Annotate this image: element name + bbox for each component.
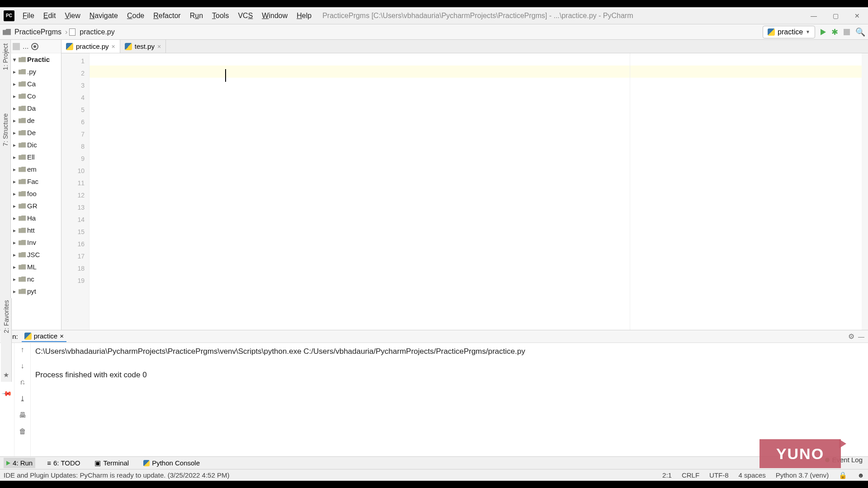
tree-item[interactable]: ▸foo	[11, 188, 61, 200]
expand-icon[interactable]: ▸	[12, 93, 17, 99]
rail-project[interactable]: 1: Project	[2, 42, 9, 72]
tree-item[interactable]: ▸Ell	[11, 151, 61, 163]
menu-help[interactable]: Help	[292, 9, 316, 23]
lock-icon[interactable]: 🔒	[839, 471, 847, 479]
tree-item[interactable]: ▸Fac	[11, 175, 61, 188]
line-number[interactable]: 4	[61, 92, 85, 104]
menu-view[interactable]: View	[60, 9, 85, 23]
line-number[interactable]: 16	[61, 238, 85, 250]
line-number[interactable]: 7	[61, 128, 85, 141]
line-number[interactable]: 14	[61, 214, 85, 226]
bottom-run[interactable]: 4: Run	[4, 458, 35, 468]
interpreter[interactable]: Python 3.7 (venv)	[776, 471, 829, 479]
bottom-todo[interactable]: ≡6: TODO	[44, 458, 83, 468]
collapse-icon[interactable]: ▾	[12, 56, 17, 63]
expand-icon[interactable]: ▸	[12, 288, 17, 295]
tree-root[interactable]: ▾ Practic	[11, 53, 61, 66]
tree-item[interactable]: ▸de	[11, 114, 61, 127]
line-number[interactable]: 12	[61, 189, 85, 202]
line-number[interactable]: 17	[61, 250, 85, 263]
breadcrumb-file[interactable]: practice.py	[78, 28, 116, 36]
expand-icon[interactable]: ▸	[12, 227, 17, 234]
soft-wrap-icon[interactable]: ⎌	[20, 378, 25, 386]
line-gutter[interactable]: 12345678910111213141516171819	[61, 53, 90, 330]
menu-edit[interactable]: Edit	[39, 9, 61, 23]
status-message[interactable]: IDE and Plugin Updates: PyCharm is ready…	[4, 471, 229, 479]
error-stripe[interactable]	[862, 53, 868, 330]
tree-item[interactable]: ▸nc	[11, 273, 61, 285]
menu-vcs[interactable]: VCS	[233, 9, 257, 23]
tree-item[interactable]: ▸ML	[11, 261, 61, 273]
breadcrumb-root[interactable]: PracticePrgms	[13, 28, 63, 36]
encoding[interactable]: UTF-8	[709, 471, 729, 479]
expand-icon[interactable]: ▸	[12, 276, 17, 282]
line-number[interactable]: 5	[61, 104, 85, 116]
tree-item[interactable]: ▸De	[11, 127, 61, 139]
run-button[interactable]	[821, 29, 826, 35]
panel-dots[interactable]: ...	[23, 42, 28, 51]
hide-icon[interactable]: —	[858, 333, 864, 340]
expand-icon[interactable]: ▸	[12, 252, 17, 258]
expand-icon[interactable]: ▸	[12, 264, 17, 270]
expand-icon[interactable]: ▸	[12, 178, 17, 185]
maximize-button[interactable]: ▢	[825, 7, 846, 24]
tree-item[interactable]: ▸Dic	[11, 139, 61, 151]
expand-icon[interactable]: ▸	[12, 69, 17, 75]
settings-icon[interactable]: ⚙	[848, 332, 854, 341]
expand-icon[interactable]: ▸	[12, 191, 17, 197]
tab-practice[interactable]: practice.py ×	[61, 40, 120, 53]
clear-icon[interactable]: 🗑	[19, 427, 26, 436]
expand-icon[interactable]: ▸	[12, 142, 17, 148]
expand-icon[interactable]: ▸	[12, 203, 17, 209]
expand-icon[interactable]: ▸	[12, 215, 17, 221]
tree-item[interactable]: ▸Co	[11, 90, 61, 102]
line-number[interactable]: 10	[61, 165, 85, 177]
menu-window[interactable]: Window	[257, 9, 292, 23]
debug-button[interactable]: ✱	[831, 27, 838, 37]
tree-item[interactable]: ▸Ca	[11, 78, 61, 90]
expand-icon[interactable]: ▸	[12, 117, 17, 124]
rail-structure[interactable]: 7: Structure	[2, 84, 9, 175]
tree-item[interactable]: ▸htt	[11, 224, 61, 236]
star-icon[interactable]: ★	[3, 371, 9, 379]
expand-icon[interactable]: ▸	[12, 105, 17, 112]
up-icon[interactable]: ↑	[21, 346, 24, 354]
tree-item[interactable]: ▸GR	[11, 200, 61, 212]
menu-tools[interactable]: Tools	[208, 9, 233, 23]
expand-icon[interactable]: ▸	[12, 166, 17, 173]
tab-test[interactable]: test.py ×	[120, 40, 166, 53]
tree-item[interactable]: ▸pyt	[11, 285, 61, 297]
tree-item[interactable]: ▸Inv	[11, 236, 61, 249]
close-icon[interactable]: ×	[157, 43, 161, 50]
minimize-button[interactable]: —	[803, 7, 825, 24]
console-output[interactable]: C:\Users\vbhadauria\PycharmProjects\Prac…	[31, 343, 868, 456]
menu-code[interactable]: Code	[123, 9, 149, 23]
expand-icon[interactable]: ▸	[12, 81, 17, 87]
menu-run[interactable]: Run	[185, 9, 208, 23]
tree-item[interactable]: ▸Da	[11, 102, 61, 114]
line-number[interactable]: 11	[61, 177, 85, 189]
line-number[interactable]: 13	[61, 202, 85, 214]
run-config-selector[interactable]: practice ▼	[763, 26, 815, 38]
code-editor[interactable]	[90, 53, 868, 330]
line-number[interactable]: 19	[61, 275, 85, 287]
pin-icon[interactable]: 📌	[1, 388, 13, 399]
close-button[interactable]: ✕	[846, 7, 868, 24]
print-icon[interactable]: 🖶	[19, 411, 26, 419]
scroll-from-source-icon[interactable]	[31, 43, 38, 50]
hector-icon[interactable]: ☻	[857, 471, 864, 479]
close-icon[interactable]: ×	[112, 43, 115, 50]
line-number[interactable]: 18	[61, 263, 85, 275]
tree-item[interactable]: ▸JSC	[11, 249, 61, 261]
rail-favorites[interactable]: 2: Favorites	[3, 298, 10, 335]
down-icon[interactable]: ↓	[21, 362, 24, 370]
expand-icon[interactable]: ▸	[12, 130, 17, 136]
line-number[interactable]: 15	[61, 226, 85, 238]
close-icon[interactable]: ×	[60, 332, 64, 340]
menu-file[interactable]: File	[18, 9, 39, 23]
stop-button[interactable]	[844, 29, 850, 35]
menu-navigate[interactable]: Navigate	[85, 9, 123, 23]
tree-item[interactable]: ▸Ha	[11, 212, 61, 224]
menu-refactor[interactable]: Refactor	[149, 9, 185, 23]
line-number[interactable]: 1	[61, 55, 85, 67]
